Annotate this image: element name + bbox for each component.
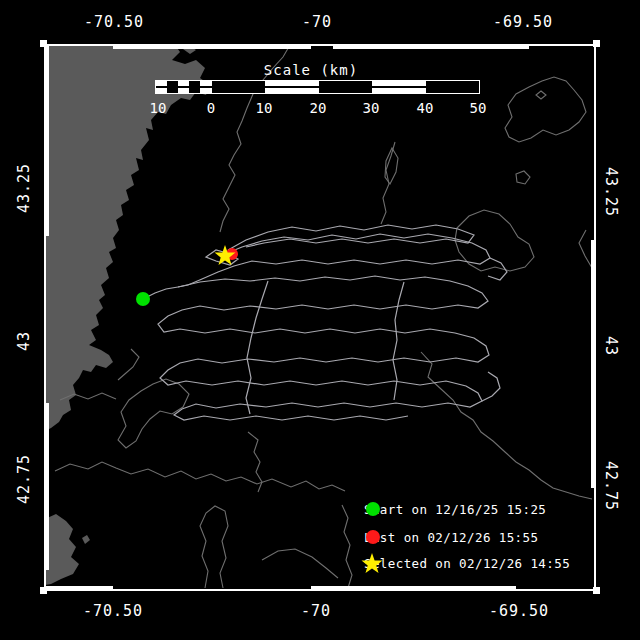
legend-last-label: Last on 02/12/26 15:55 bbox=[364, 530, 538, 545]
drifter-tracks[interactable] bbox=[143, 225, 507, 420]
scale-number: 10 bbox=[256, 100, 273, 116]
lon-label-top-2: -69.50 bbox=[493, 13, 553, 31]
lat-label-right-1: 43 bbox=[602, 336, 620, 356]
scale-number: 40 bbox=[417, 100, 434, 116]
scale-segment bbox=[200, 81, 212, 93]
lon-label-bottom-2: -69.50 bbox=[489, 602, 549, 620]
lat-label-left-0: 43.25 bbox=[15, 163, 33, 213]
legend-row-selected: Selected on 02/12/26 14:55 bbox=[358, 552, 570, 574]
scale-bar-title: Scale (km) bbox=[264, 62, 358, 78]
scale-number: 10 bbox=[150, 100, 167, 116]
scale-number: 20 bbox=[310, 100, 327, 116]
map-canvas[interactable] bbox=[0, 0, 640, 640]
lat-label-right-0: 43.25 bbox=[602, 167, 620, 217]
lon-label-top-1: -70 bbox=[302, 13, 332, 31]
start-dot-icon bbox=[358, 498, 384, 520]
legend-row-start: Start on 12/16/25 15:25 bbox=[358, 498, 546, 520]
land-mass bbox=[45, 45, 210, 585]
scale-segment bbox=[372, 81, 426, 93]
legend-selected-label: Selected on 02/12/26 14:55 bbox=[364, 556, 570, 571]
scale-segment bbox=[265, 81, 319, 93]
scale-number: 0 bbox=[207, 100, 215, 116]
last-dot-icon bbox=[358, 526, 384, 548]
lon-label-bottom-0: -70.50 bbox=[83, 602, 143, 620]
lon-label-top-0: -70.50 bbox=[84, 13, 144, 31]
scale-segment bbox=[178, 81, 189, 93]
legend-row-last: Last on 02/12/26 15:55 bbox=[358, 526, 538, 548]
lat-label-left-2: 42.75 bbox=[15, 454, 33, 504]
start-marker[interactable] bbox=[136, 292, 150, 306]
scale-bar bbox=[155, 80, 480, 94]
legend-start-label: Start on 12/16/25 15:25 bbox=[364, 502, 546, 517]
selected-star-icon bbox=[358, 552, 384, 574]
lon-label-bottom-1: -70 bbox=[301, 602, 331, 620]
lat-label-left-1: 43 bbox=[15, 331, 33, 351]
scale-segment bbox=[156, 81, 167, 93]
scale-number: 30 bbox=[363, 100, 380, 116]
map-viewer-window: -70.50 -70 -69.50 -70.50 -70 -69.50 43.2… bbox=[0, 0, 640, 640]
lat-label-right-2: 42.75 bbox=[602, 461, 620, 511]
scale-number: 50 bbox=[470, 100, 487, 116]
